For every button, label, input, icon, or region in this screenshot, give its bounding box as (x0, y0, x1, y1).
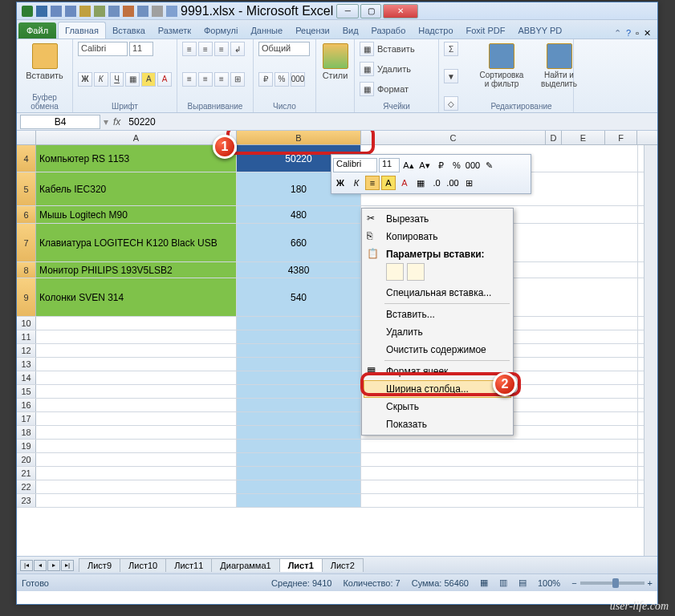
cell-b[interactable] (237, 453, 361, 466)
undo-icon[interactable] (51, 6, 62, 17)
styles-button[interactable]: Стили (321, 42, 349, 82)
sheet-nav-next[interactable]: ▸ (47, 560, 60, 571)
qat-icon[interactable] (166, 6, 177, 17)
bold-button[interactable]: Ж (78, 72, 92, 87)
cell-b[interactable] (237, 494, 361, 507)
ctx-delete[interactable]: Удалить (364, 323, 511, 341)
cell-b[interactable]: 660 (237, 224, 361, 261)
cell-a[interactable] (36, 344, 237, 357)
sheet-tab[interactable]: Лист10 (120, 558, 166, 572)
view-layout-icon[interactable]: ▥ (499, 578, 507, 588)
cell-b[interactable] (237, 399, 361, 411)
maximize-button[interactable]: ▢ (360, 4, 381, 18)
qat-icon[interactable] (94, 6, 105, 17)
ctx-hide[interactable]: Скрыть (364, 398, 511, 415)
view-normal-icon[interactable]: ▦ (480, 578, 488, 588)
cell-a[interactable] (36, 399, 237, 411)
row-header[interactable]: 11 (17, 330, 36, 343)
sheet-tab[interactable]: Лист1 (279, 558, 323, 572)
comma-button[interactable]: 000 (291, 72, 305, 87)
sheet-tab[interactable]: Диаграмма1 (211, 558, 279, 572)
cell-b[interactable] (237, 317, 361, 330)
ctx-format-cells[interactable]: ▦Формат ячеек... (364, 363, 511, 380)
align-mid-button[interactable]: ≡ (198, 42, 213, 56)
comma-icon[interactable]: 000 (466, 158, 480, 172)
format-cells-button[interactable]: Формат (377, 84, 409, 94)
format-painter-icon[interactable]: ✎ (482, 158, 496, 172)
percent-icon[interactable]: % (449, 158, 464, 172)
fill-color-button[interactable]: A (141, 72, 156, 87)
sheet-nav-prev[interactable]: ◂ (34, 560, 47, 571)
ctx-show[interactable]: Показать (364, 415, 511, 433)
cell-empty[interactable] (361, 440, 638, 452)
ctx-clear[interactable]: Очистить содержимое (364, 341, 511, 359)
formula-input[interactable]: 50220 (125, 116, 657, 128)
zoom-level[interactable]: 100% (538, 578, 560, 588)
tab-home[interactable]: Главная (58, 22, 106, 38)
row-header[interactable]: 19 (17, 440, 36, 452)
zoom-in-button[interactable]: + (648, 578, 653, 588)
tab-abbyy[interactable]: ABBYY PD (511, 22, 568, 38)
fill-button[interactable]: ▼ (444, 69, 458, 83)
fill-color-icon[interactable]: A (381, 176, 396, 190)
row-header[interactable]: 17 (17, 412, 36, 425)
font-color-button[interactable]: A (157, 72, 172, 87)
cell-b[interactable] (237, 440, 361, 452)
currency-button[interactable]: ₽ (258, 72, 273, 87)
cell-b[interactable] (237, 412, 361, 425)
wrap-button[interactable]: ↲ (230, 42, 245, 56)
vertical-scrollbar[interactable] (644, 145, 657, 556)
cell-a[interactable] (36, 467, 237, 480)
sheet-nav-first[interactable]: |◂ (20, 560, 33, 571)
row-header[interactable]: 21 (17, 467, 36, 480)
cell-a[interactable]: Монитор PHILIPS 193V5LSB2 (36, 262, 237, 278)
minimize-ribbon-icon[interactable]: ⌃ (614, 28, 621, 38)
row-header[interactable]: 8 (17, 262, 36, 278)
close-button[interactable]: ✕ (383, 4, 418, 18)
sort-filter-button[interactable]: Сортировка и фильтр (474, 42, 529, 90)
row-header[interactable]: 4 (17, 145, 36, 172)
ctx-cut[interactable]: ✂Вырезать (364, 210, 511, 228)
align-center-button[interactable]: ≡ (198, 72, 213, 87)
ctx-paste-special[interactable]: Специальная вставка... (364, 284, 511, 302)
tab-foxit[interactable]: Foxit PDF (460, 22, 512, 38)
row-header[interactable]: 22 (17, 480, 36, 493)
sheet-tab[interactable]: Лист2 (322, 558, 364, 572)
cell-a[interactable]: Колонки SVEN 314 (36, 278, 237, 316)
clear-button[interactable]: ◇ (444, 96, 458, 111)
save-icon[interactable] (36, 6, 47, 17)
tab-dev[interactable]: Разрабо (365, 22, 413, 38)
paste-opt-1[interactable] (386, 263, 404, 281)
mini-size-select[interactable]: 11 (379, 158, 400, 172)
underline-button[interactable]: Ч (110, 72, 124, 87)
cell-a[interactable] (36, 317, 237, 330)
row-header[interactable]: 20 (17, 453, 36, 466)
shrink-font-icon[interactable]: A▾ (417, 158, 432, 172)
cell-a[interactable] (36, 494, 237, 507)
qat-icon[interactable] (108, 6, 120, 17)
align-bot-button[interactable]: ≡ (214, 42, 229, 56)
cell-a[interactable]: Компьютер RS 1153 (36, 145, 237, 172)
select-all-corner[interactable] (17, 131, 36, 144)
row-header[interactable]: 10 (17, 317, 36, 330)
paste-button[interactable]: Вставить (22, 42, 67, 82)
paste-opt-2[interactable] (407, 263, 425, 281)
row-header[interactable]: 23 (17, 494, 36, 507)
row-header[interactable]: 16 (17, 399, 36, 411)
fx-icon[interactable]: fx (108, 116, 125, 128)
col-header-a[interactable]: A (36, 131, 237, 144)
cell-a[interactable]: Кабель IEC320 (36, 172, 237, 205)
tab-review[interactable]: Рецензи (289, 22, 336, 38)
row-header[interactable]: 9 (17, 278, 36, 316)
cell-a[interactable] (36, 371, 237, 384)
inc-decimal-icon[interactable]: .00 (445, 176, 460, 190)
cell-b[interactable] (237, 426, 361, 439)
font-color-icon[interactable]: A (397, 176, 412, 190)
insert-cells-button[interactable]: Вставить (377, 44, 415, 54)
cell-b[interactable]: 4380 (237, 262, 361, 278)
qat-icon[interactable] (123, 6, 134, 17)
cell-b[interactable] (237, 385, 361, 398)
cell-empty[interactable] (361, 494, 638, 507)
ctx-column-width[interactable]: Ширина столбца... (364, 380, 511, 398)
window-restore-icon[interactable]: ▫ (636, 28, 639, 38)
